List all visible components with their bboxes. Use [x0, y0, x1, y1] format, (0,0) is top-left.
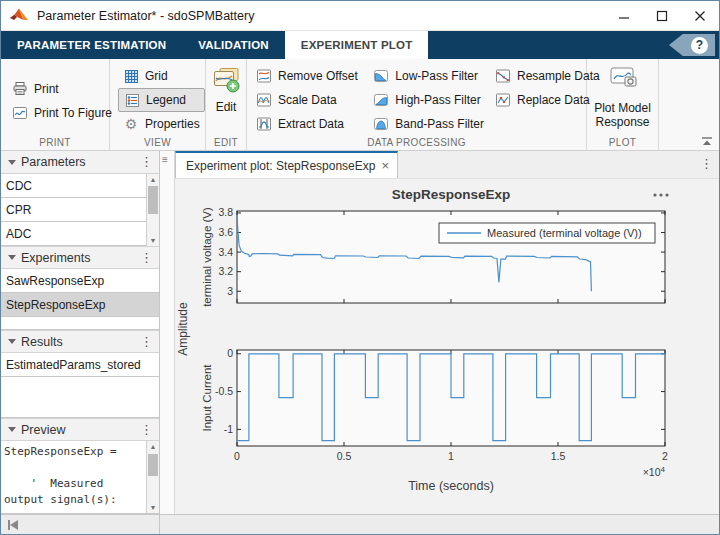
edit-button[interactable]: Edit: [206, 67, 246, 114]
help-button[interactable]: ?: [669, 34, 715, 56]
status-bar: [1, 514, 719, 534]
parameter-item-adc[interactable]: ADC: [1, 222, 159, 246]
experiment-plot-figure[interactable]: StepResponseExpAmplitude33.23.43.63.8ter…: [175, 179, 719, 514]
y-tick-label: 3: [227, 285, 233, 297]
document-tab-label: Experiment plot: StepResponseExp: [186, 159, 375, 173]
tab-experiment-plot[interactable]: EXPERIMENT PLOT: [285, 31, 429, 59]
section-plot: Plot Model Response PLOT: [587, 59, 659, 150]
help-icon: ?: [691, 37, 708, 54]
section-print-label: PRINT: [1, 137, 109, 148]
matlab-logo-icon: [9, 7, 29, 25]
plot-options-icon[interactable]: [665, 193, 668, 196]
y-tick-label: 3.2: [218, 265, 233, 277]
y-tick-label: -1: [224, 423, 233, 435]
print-to-figure-icon: [11, 105, 29, 121]
preview-header[interactable]: Preview ⋮: [1, 418, 159, 441]
replace-data-button[interactable]: Replace Data: [490, 88, 586, 112]
preview-pane: StepResponseExp = ' Measured output sign…: [1, 441, 159, 514]
parameter-estimator-window: Parameter Estimator* - sdoSPMBattery PAR…: [0, 0, 720, 535]
experiments-header[interactable]: Experiments ⋮: [1, 246, 159, 269]
experiments-menu-icon[interactable]: ⋮: [140, 250, 153, 265]
results-header[interactable]: Results ⋮: [1, 330, 159, 353]
x-tick-label: 1: [448, 450, 454, 462]
legend[interactable]: Measured (terminal voltage (V)): [439, 223, 655, 243]
y-tick-label: 3.4: [218, 246, 233, 258]
scroll-up-icon[interactable]: ▲: [147, 441, 159, 452]
remove-offset-label: Remove Offset: [278, 69, 358, 83]
resample-data-icon: [494, 68, 512, 84]
low-pass-filter-icon: [372, 68, 390, 84]
document-tab-experiment-plot[interactable]: Experiment plot: StepResponseExp ×: [175, 151, 398, 178]
parameters-list: CDC CPR ADC ▲ ▼: [1, 174, 159, 246]
print-button[interactable]: Print: [7, 77, 109, 101]
experiment-empty-row: [1, 317, 159, 330]
splitter-grip-icon: ≡: [162, 155, 172, 165]
status-right-cell: [160, 515, 719, 534]
close-tab-icon[interactable]: ×: [381, 158, 389, 173]
maximize-button[interactable]: [643, 1, 681, 30]
panel-splitter[interactable]: ≡: [160, 151, 175, 514]
scrollbar-thumb[interactable]: [148, 454, 158, 476]
low-pass-filter-label: Low-Pass Filter: [395, 69, 478, 83]
preview-scrollbar[interactable]: ▲ ▼: [146, 441, 159, 513]
replace-data-label: Replace Data: [517, 93, 590, 107]
results-menu-icon[interactable]: ⋮: [140, 334, 153, 349]
ribbon-tab-bar: PARAMETER ESTIMATION VALIDATION EXPERIME…: [1, 31, 719, 59]
high-pass-filter-button[interactable]: High-Pass Filter: [368, 88, 490, 112]
scroll-down-icon[interactable]: ▼: [147, 235, 159, 246]
plot-model-response-button[interactable]: Plot Model Response: [588, 66, 658, 129]
results-empty-area: [1, 377, 159, 418]
sidebar: Parameters ⋮ CDC CPR ADC ▲ ▼ Experiments…: [1, 151, 160, 514]
parameters-header[interactable]: Parameters ⋮: [1, 151, 159, 174]
minimize-button[interactable]: [605, 1, 643, 30]
scale-data-button[interactable]: Scale Data: [251, 88, 368, 112]
x-axis-label: Time (seconds): [408, 479, 494, 493]
parameters-menu-icon[interactable]: ⋮: [140, 154, 153, 169]
plot-model-response-label: Plot Model Response: [588, 101, 658, 129]
section-plot-label: PLOT: [587, 137, 658, 148]
parameter-item-cpr[interactable]: CPR: [1, 198, 159, 222]
x-tick-label: 0.5: [337, 450, 352, 462]
terminal-voltage-axis-label: terminal voltage (V): [201, 207, 213, 307]
collapse-ribbon-button[interactable]: [701, 135, 713, 144]
window-title: Parameter Estimator* - sdoSPMBattery: [37, 9, 605, 23]
result-item-estimatedparams[interactable]: EstimatedParams_stored: [1, 353, 159, 377]
close-button[interactable]: [681, 1, 719, 30]
high-pass-filter-label: High-Pass Filter: [395, 93, 480, 107]
collapse-panel-icon[interactable]: [8, 520, 18, 530]
resample-data-button[interactable]: Resample Data: [490, 64, 586, 88]
grid-button[interactable]: Grid: [118, 64, 205, 88]
scrollbar-thumb[interactable]: [148, 186, 158, 214]
section-edit-label: EDIT: [206, 137, 246, 148]
scroll-up-icon[interactable]: ▲: [147, 174, 159, 185]
extract-data-label: Extract Data: [278, 117, 344, 131]
print-label: Print: [34, 82, 59, 96]
print-to-figure-label: Print To Figure: [34, 106, 112, 120]
parameters-scrollbar[interactable]: ▲ ▼: [146, 174, 159, 246]
band-pass-filter-button[interactable]: Band-Pass Filter: [368, 112, 490, 136]
document-tab-bar: Experiment plot: StepResponseExp × ⋮: [175, 151, 719, 179]
experiment-plot-canvas[interactable]: StepResponseExpAmplitude33.23.43.63.8ter…: [175, 179, 719, 514]
experiment-item-sawresponseexp[interactable]: SawResponseExp: [1, 269, 159, 293]
tab-validation[interactable]: VALIDATION: [182, 31, 285, 59]
experiment-item-stepresponseexp[interactable]: StepResponseExp: [1, 293, 159, 317]
y-tick-label: 0: [227, 347, 233, 359]
properties-button[interactable]: ⚙ Properties: [118, 112, 205, 136]
gear-icon: ⚙: [122, 116, 140, 132]
document-menu-icon[interactable]: ⋮: [700, 156, 713, 171]
grid-label: Grid: [145, 69, 168, 83]
scroll-down-icon[interactable]: ▼: [147, 502, 159, 513]
tab-parameter-estimation[interactable]: PARAMETER ESTIMATION: [1, 31, 182, 59]
section-edit: Edit EDIT: [206, 59, 247, 150]
remove-offset-button[interactable]: Remove Offset: [251, 64, 368, 88]
print-to-figure-button[interactable]: Print To Figure: [7, 101, 109, 125]
remove-offset-icon: [255, 68, 273, 84]
plot-options-icon[interactable]: [659, 193, 662, 196]
low-pass-filter-button[interactable]: Low-Pass Filter: [368, 64, 490, 88]
legend-button[interactable]: Legend: [118, 88, 205, 112]
plot-options-icon[interactable]: [653, 193, 656, 196]
extract-data-button[interactable]: Extract Data: [251, 112, 368, 136]
plot-title: StepResponseExp: [392, 187, 511, 202]
preview-menu-icon[interactable]: ⋮: [140, 422, 153, 437]
parameter-item-cdc[interactable]: CDC: [1, 174, 159, 198]
